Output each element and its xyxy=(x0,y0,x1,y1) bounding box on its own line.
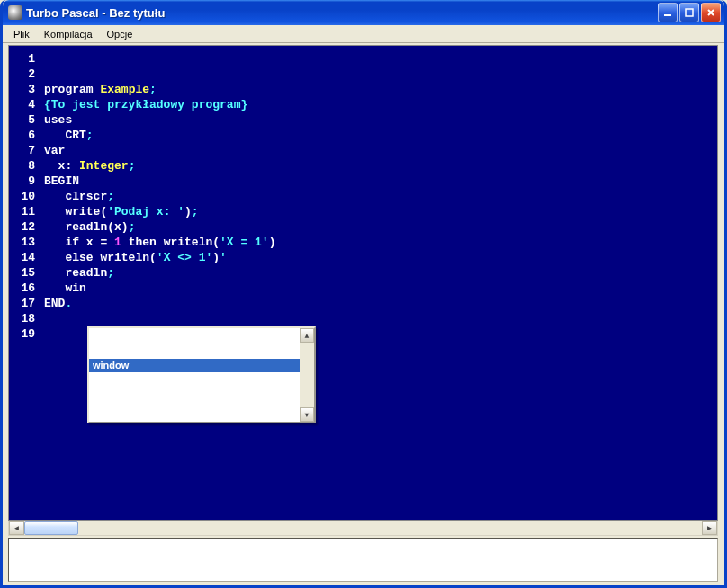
horizontal-scrollbar[interactable]: ◄ ► xyxy=(8,521,718,536)
code-line: else writeln('X <> 1')' xyxy=(44,250,717,265)
code-line: {To jest przykładowy program} xyxy=(44,97,717,112)
code-line: readln; xyxy=(44,265,717,281)
app-window: Turbo Pascal - Bez tytułu Plik Kompilacj… xyxy=(0,0,727,588)
app-icon xyxy=(8,5,22,20)
scroll-left-button[interactable]: ◄ xyxy=(9,521,24,535)
code-area[interactable]: program Example;{To jest przykładowy pro… xyxy=(39,46,717,520)
menu-plik[interactable]: Plik xyxy=(6,27,37,41)
menu-kompilacja[interactable]: Kompilacja xyxy=(37,27,100,41)
popup-scroll-up[interactable]: ▲ xyxy=(300,328,314,343)
svg-rect-0 xyxy=(664,14,671,16)
code-line: uses xyxy=(44,112,717,128)
scroll-right-button[interactable]: ► xyxy=(702,521,717,535)
autocomplete-item-selected[interactable]: window xyxy=(89,359,314,372)
code-line: END. xyxy=(44,296,717,311)
code-editor[interactable]: 12345678910111213141516171819 program Ex… xyxy=(8,45,718,521)
output-panel[interactable] xyxy=(8,538,718,582)
code-line: x: Integer; xyxy=(44,158,717,174)
code-line: write('Podaj x: '); xyxy=(44,204,717,219)
close-button[interactable] xyxy=(701,3,721,22)
code-line: var xyxy=(44,143,717,158)
maximize-button[interactable] xyxy=(679,3,699,22)
scroll-thumb[interactable] xyxy=(24,521,78,535)
code-line: program Example; xyxy=(44,82,717,97)
code-line: clrscr; xyxy=(44,189,717,204)
code-line: if x = 1 then writeln('X = 1') xyxy=(44,235,717,250)
code-line: CRT; xyxy=(44,128,717,143)
menu-opcje[interactable]: Opcje xyxy=(100,27,140,41)
code-line: BEGIN xyxy=(44,174,717,189)
svg-rect-1 xyxy=(686,9,693,16)
line-number-gutter: 12345678910111213141516171819 xyxy=(9,46,39,520)
code-line: readln(x); xyxy=(44,219,717,235)
popup-scroll-down[interactable]: ▼ xyxy=(300,407,314,422)
window-controls xyxy=(658,3,721,22)
popup-scrollbar[interactable]: ▲ ▼ xyxy=(300,328,314,422)
autocomplete-popup[interactable]: window ▲ ▼ xyxy=(87,326,316,423)
code-line: win xyxy=(44,281,717,296)
scroll-track[interactable] xyxy=(24,521,702,535)
menu-bar: Plik Kompilacja Opcje xyxy=(3,25,724,43)
minimize-button[interactable] xyxy=(658,3,678,22)
window-title: Turbo Pascal - Bez tytułu xyxy=(26,6,658,20)
title-bar[interactable]: Turbo Pascal - Bez tytułu xyxy=(3,0,724,25)
